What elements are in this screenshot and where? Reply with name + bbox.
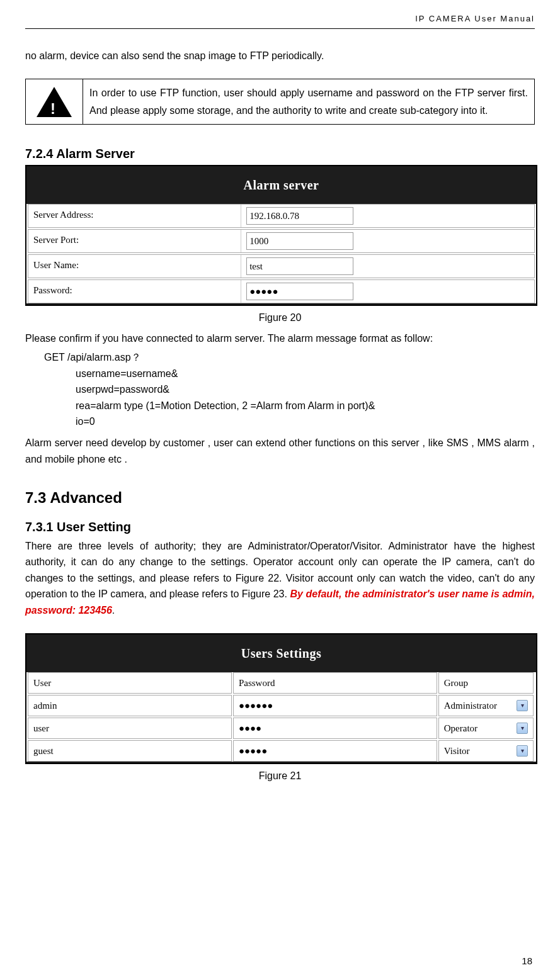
cell-group-guest[interactable]: Visitor ▾ [438,740,534,762]
alarm-row-user-name: User Name: test [28,254,535,278]
label-server-address: Server Address: [28,205,241,227]
group-value-admin: Administrator [444,698,497,713]
chevron-down-icon[interactable]: ▾ [517,723,528,734]
users-row-guest: guest ●●●●● Visitor ▾ [28,740,535,762]
code-line-3: userpwd=password& [76,381,535,398]
users-row-user: user ●●●● Operator ▾ [28,718,535,739]
input-server-address[interactable]: 192.168.0.78 [246,207,353,225]
period: . [112,605,115,616]
warning-icon-cell [26,79,83,123]
alarm-server-title: Alarm server [26,166,536,203]
alarm-message-format: GET /api/alarm.asp？ username=username& u… [25,349,535,430]
alarm-row-server-port: Server Port: 1000 [28,229,535,253]
warning-text: In order to use FTP function, user shoul… [83,79,534,123]
cell-user-guest[interactable]: guest [28,740,232,762]
chevron-down-icon[interactable]: ▾ [517,700,528,711]
header-password: Password [233,672,437,694]
cell-password-user[interactable]: ●●●● [233,718,437,739]
cell-password-admin[interactable]: ●●●●●● [233,695,437,716]
input-server-port[interactable]: 1000 [246,232,353,250]
users-settings-title: Users Settings [26,634,536,671]
header-group: Group [438,672,534,694]
users-settings-panel: Users Settings User Password Group admin… [25,633,537,764]
input-user-name[interactable]: test [246,257,353,275]
section-7-2-4-heading: 7.2.4 Alarm Server [25,144,535,164]
users-row-admin: admin ●●●●●● Administrator ▾ [28,695,535,716]
alarm-format-intro: Please confirm if you have connected to … [25,330,535,347]
code-line-4: rea=alarm type (1=Motion Detection, 2 =A… [76,398,535,414]
warning-box: In order to use FTP function, user shoul… [25,79,535,124]
figure-20-caption: Figure 20 [25,310,535,326]
figure-21-caption: Figure 21 [25,768,535,784]
cell-group-admin[interactable]: Administrator ▾ [438,695,534,716]
code-line-1: GET /api/alarm.asp？ [44,349,535,366]
label-user-name: User Name: [28,255,241,278]
cell-group-user[interactable]: Operator ▾ [438,718,534,739]
alarm-row-server-address: Server Address: 192.168.0.78 [28,204,535,228]
header-user: User [28,672,232,694]
page-header: IP CAMERA User Manual [25,13,535,29]
cell-user-admin[interactable]: admin [28,695,232,716]
code-line-2: username=username& [76,366,535,382]
input-password[interactable]: ●●●●● [246,283,353,300]
section-7-3-1-heading: 7.3.1 User Setting [25,517,535,537]
chevron-down-icon[interactable]: ▾ [517,745,528,757]
group-value-user: Operator [444,721,477,736]
label-password: Password: [28,280,241,303]
alarm-server-panel: Alarm server Server Address: 192.168.0.7… [25,165,537,306]
users-header-row: User Password Group [28,672,535,694]
group-value-guest: Visitor [444,743,470,758]
cell-user-user[interactable]: user [28,718,232,739]
alarm-row-password: Password: ●●●●● [28,279,535,303]
code-line-5: io=0 [76,414,535,430]
cell-password-guest[interactable]: ●●●●● [233,740,437,762]
user-setting-paragraph: There are three levels of authority; the… [25,538,535,619]
label-server-port: Server Port: [28,230,241,252]
alarm-server-note: Alarm server need develop by customer , … [25,435,535,467]
intro-continuation-text: no alarm, device can also send the snap … [25,48,535,64]
warning-icon [37,87,72,117]
section-7-3-heading: 7.3 Advanced [25,486,535,510]
